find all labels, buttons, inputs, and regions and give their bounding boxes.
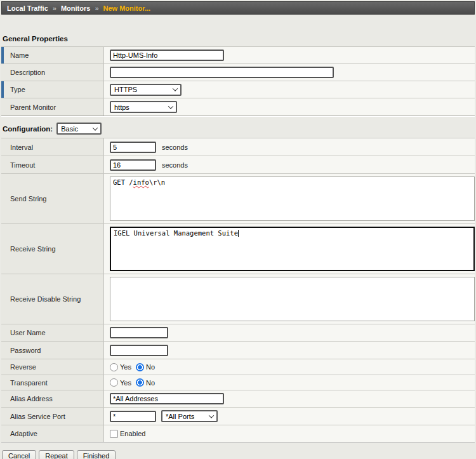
alias-service-port-select-value: *All Ports xyxy=(166,413,194,420)
parent-monitor-select-value: https xyxy=(114,103,129,111)
repeat-button[interactable]: Repeat xyxy=(39,450,74,459)
row-reverse: Reverse Yes No xyxy=(1,359,475,375)
alias-address-input[interactable] xyxy=(110,393,224,404)
send-string-label: Send String xyxy=(1,174,103,223)
row-user-name: User Name xyxy=(1,324,475,342)
send-string-text-misspelled: info xyxy=(133,178,149,186)
breadcrumb-current-new-monitor: New Monitor... xyxy=(103,4,151,12)
reverse-yes-label: Yes xyxy=(120,363,131,371)
password-input[interactable] xyxy=(110,345,168,356)
row-type: Type HTTPS xyxy=(1,81,475,98)
row-receive-string: Receive String IGEL Universal Management… xyxy=(1,224,475,274)
transparent-label: Transparent xyxy=(1,375,103,390)
alias-address-label: Alias Address xyxy=(1,390,103,407)
row-name: Name xyxy=(1,47,475,64)
finished-button[interactable]: Finished xyxy=(77,450,116,459)
alias-service-port-input[interactable] xyxy=(110,411,156,422)
transparent-yes-radio[interactable] xyxy=(110,378,118,387)
breadcrumb: Local Traffic » Monitors » New Monitor..… xyxy=(1,1,475,15)
configuration-label: Configuration: xyxy=(3,125,53,133)
breadcrumb-separator: » xyxy=(95,4,98,12)
user-name-input[interactable] xyxy=(110,327,168,338)
reverse-no-label: No xyxy=(146,363,155,371)
receive-disable-string-textarea[interactable] xyxy=(110,277,475,321)
text-cursor xyxy=(238,230,239,237)
description-input[interactable] xyxy=(110,67,334,78)
receive-string-text: IGEL Universal Management Suite xyxy=(114,229,238,237)
receive-string-textarea[interactable]: IGEL Universal Management Suite xyxy=(110,227,475,271)
send-string-text: \r\n xyxy=(149,178,165,186)
breadcrumb-local-traffic[interactable]: Local Traffic xyxy=(7,4,48,12)
adaptive-enabled-checkbox[interactable] xyxy=(110,430,118,438)
row-transparent: Transparent Yes No xyxy=(1,375,475,390)
row-parent-monitor: Parent Monitor https xyxy=(1,98,475,116)
breadcrumb-monitors[interactable]: Monitors xyxy=(61,4,90,12)
reverse-no-radio[interactable] xyxy=(136,363,144,371)
transparent-no-label: No xyxy=(146,379,155,387)
parent-monitor-select[interactable]: https xyxy=(110,101,177,113)
row-send-string: Send String GET /info\r\n xyxy=(1,174,475,224)
chevron-down-icon xyxy=(173,86,178,91)
receive-string-label: Receive String xyxy=(1,224,103,274)
name-label: Name xyxy=(1,47,103,63)
transparent-no-radio[interactable] xyxy=(136,378,144,387)
interval-label: Interval xyxy=(1,138,103,156)
type-select[interactable]: HTTPS xyxy=(110,84,182,96)
interval-input[interactable] xyxy=(110,142,156,153)
configuration-select[interactable]: Basic xyxy=(56,123,102,135)
row-adaptive: Adaptive Enabled xyxy=(1,425,475,442)
interval-unit: seconds xyxy=(162,143,188,151)
timeout-unit: seconds xyxy=(162,161,188,169)
row-timeout: Timeout seconds xyxy=(1,156,475,174)
transparent-yes-label: Yes xyxy=(120,379,131,387)
row-interval: Interval seconds xyxy=(1,138,475,156)
row-password: Password xyxy=(1,342,475,359)
configuration-line: Configuration: Basic xyxy=(3,123,476,135)
send-string-text: GET / xyxy=(113,178,133,186)
timeout-label: Timeout xyxy=(1,156,103,173)
chevron-down-icon xyxy=(168,103,173,109)
name-input[interactable] xyxy=(110,50,224,61)
chevron-down-icon xyxy=(93,125,98,130)
action-button-row: Cancel Repeat Finished xyxy=(2,450,476,459)
type-label: Type xyxy=(1,81,103,98)
row-alias-address: Alias Address xyxy=(1,390,475,408)
general-properties-table: Name Description Type HTTPS Parent Monit… xyxy=(1,46,475,116)
parent-monitor-label: Parent Monitor xyxy=(1,98,103,116)
password-label: Password xyxy=(1,342,103,359)
row-receive-disable-string: Receive Disable String xyxy=(1,274,475,324)
adaptive-enabled-label: Enabled xyxy=(120,430,145,437)
alias-service-port-select[interactable]: *All Ports xyxy=(161,410,218,422)
breadcrumb-separator: » xyxy=(53,4,56,12)
timeout-input[interactable] xyxy=(110,159,156,171)
send-string-textarea[interactable]: GET /info\r\n xyxy=(110,176,475,221)
chevron-down-icon xyxy=(209,413,214,418)
row-alias-service-port: Alias Service Port *All Ports xyxy=(1,408,475,425)
configuration-table: Interval seconds Timeout seconds Send St… xyxy=(1,138,475,442)
reverse-label: Reverse xyxy=(1,359,103,375)
type-select-value: HTTPS xyxy=(114,86,137,93)
receive-disable-string-label: Receive Disable String xyxy=(1,274,103,324)
user-name-label: User Name xyxy=(1,324,103,341)
row-description: Description xyxy=(1,64,475,81)
adaptive-label: Adaptive xyxy=(1,425,103,442)
configuration-select-value: Basic xyxy=(61,125,78,133)
general-properties-title: General Properties xyxy=(3,35,476,43)
reverse-yes-radio[interactable] xyxy=(110,363,118,371)
description-label: Description xyxy=(1,64,103,81)
alias-service-port-label: Alias Service Port xyxy=(1,408,103,425)
cancel-button[interactable]: Cancel xyxy=(2,450,36,459)
